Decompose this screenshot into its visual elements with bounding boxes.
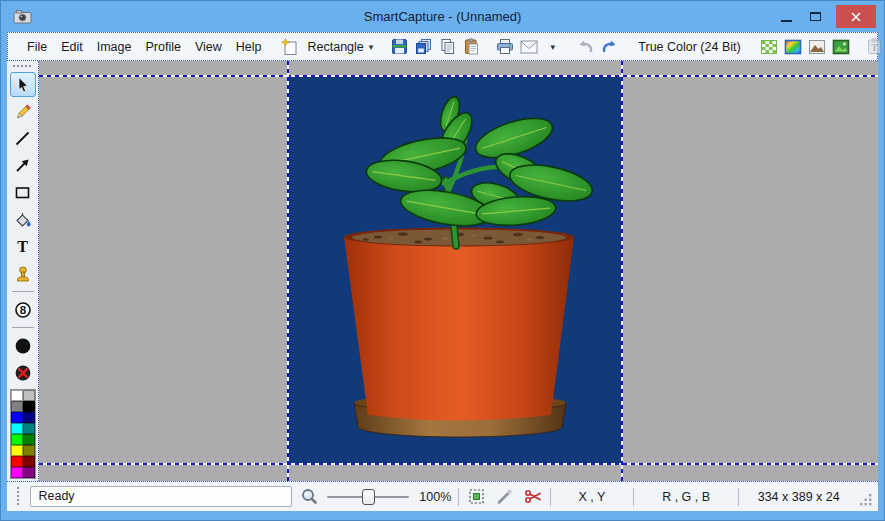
redo-icon xyxy=(600,38,619,55)
crop-button[interactable] xyxy=(522,486,543,508)
palette-color-swatch[interactable] xyxy=(11,390,23,401)
maximize-icon xyxy=(810,12,821,21)
zoom-slider[interactable] xyxy=(327,488,409,506)
workspace xyxy=(39,61,878,481)
primary-color-button[interactable] xyxy=(10,333,36,358)
paste-button[interactable] xyxy=(460,35,483,58)
selection-guide-right xyxy=(621,61,623,481)
window-controls xyxy=(772,5,878,28)
save-all-button[interactable] xyxy=(412,35,435,58)
text-tool-icon: T xyxy=(14,238,31,255)
magic-wand-icon xyxy=(496,488,514,505)
cursor-coordinates: X , Y xyxy=(558,490,626,504)
fill-tool-button[interactable] xyxy=(10,207,36,232)
email-button[interactable] xyxy=(517,35,540,58)
minimize-button[interactable] xyxy=(772,5,801,28)
window-title: SmartCapture - (Unnamed) xyxy=(364,9,522,24)
menu-view[interactable]: View xyxy=(188,37,229,57)
palette-color-swatch[interactable] xyxy=(23,445,35,456)
current-color-swatch-icon xyxy=(14,337,32,355)
statusbar-separator xyxy=(738,488,739,506)
image-dimensions: 334 x 389 x 24 xyxy=(746,490,851,504)
grayscale-image-icon xyxy=(808,39,826,55)
palette-color-swatch[interactable] xyxy=(11,412,23,423)
zoom-slider-handle[interactable] xyxy=(362,489,375,505)
scissors-icon xyxy=(524,488,542,505)
save-button[interactable] xyxy=(388,35,411,58)
email-options-dropdown[interactable]: ▾ xyxy=(541,35,564,58)
save-icon xyxy=(391,38,408,55)
palette-color-swatch[interactable] xyxy=(23,401,35,412)
color-picker-button[interactable] xyxy=(494,486,515,508)
menubar: File Edit Image Profile View Help xyxy=(20,37,268,57)
grayscale-image-button[interactable] xyxy=(806,35,829,58)
captured-image[interactable] xyxy=(288,76,622,464)
copy-button[interactable] xyxy=(436,35,459,58)
capture-shape-label: Rectangle xyxy=(307,40,363,54)
arrow-tool-button[interactable] xyxy=(10,153,36,178)
stamp-tool-button[interactable] xyxy=(10,261,36,286)
new-capture-button[interactable] xyxy=(278,35,301,58)
potted-plant-image xyxy=(288,76,622,464)
statusbar: Ready 100% xyxy=(7,481,878,511)
palette-color-swatch[interactable] xyxy=(11,467,23,478)
menu-edit[interactable]: Edit xyxy=(54,37,90,57)
menu-help[interactable]: Help xyxy=(229,37,269,57)
menu-image[interactable]: Image xyxy=(90,37,139,57)
photo-image-button[interactable] xyxy=(830,35,853,58)
number-badge-icon: 8 xyxy=(14,301,32,319)
palette-color-swatch[interactable] xyxy=(23,467,35,478)
maximize-button[interactable] xyxy=(801,5,830,28)
capture-shape-dropdown[interactable]: Rectangle ▾ xyxy=(302,35,378,58)
palette-color-swatch[interactable] xyxy=(23,456,35,467)
palette-color-swatch[interactable] xyxy=(11,423,23,434)
app-window: SmartCapture - (Unnamed) File Edit Image… xyxy=(0,0,885,521)
palette-image-icon xyxy=(784,39,802,55)
undo-button[interactable] xyxy=(574,35,597,58)
palette-color-swatch[interactable] xyxy=(11,445,23,456)
text-tool-button[interactable]: T xyxy=(10,234,36,259)
zoom-button[interactable] xyxy=(299,486,320,508)
selection-guide-bottom xyxy=(39,463,878,465)
pixel-rgb-value: R , G , B xyxy=(641,490,732,504)
redo-button[interactable] xyxy=(598,35,621,58)
no-color-button[interactable] xyxy=(10,360,36,385)
text-tool-glyph: T xyxy=(17,238,28,255)
palette-color-swatch[interactable] xyxy=(23,412,35,423)
rectangle-icon xyxy=(14,184,31,201)
clipboard-text-icon: T xyxy=(866,38,883,55)
palette-color-swatch[interactable] xyxy=(23,390,35,401)
statusbar-separator xyxy=(550,488,551,506)
pencil-tool-button[interactable] xyxy=(10,99,36,124)
print-button[interactable] xyxy=(493,35,516,58)
palette-color-swatch[interactable] xyxy=(11,456,23,467)
selection-guide-top xyxy=(39,75,878,77)
statusbar-grip[interactable] xyxy=(16,487,19,506)
palette-color-swatch[interactable] xyxy=(23,423,35,434)
statusbar-separator xyxy=(458,488,459,506)
email-icon xyxy=(520,40,538,54)
selection-guide-left xyxy=(287,61,289,481)
dither-image-button[interactable] xyxy=(758,35,781,58)
menu-file[interactable]: File xyxy=(20,37,54,57)
new-capture-icon xyxy=(281,38,299,56)
palette-color-swatch[interactable] xyxy=(11,401,23,412)
stamp-icon xyxy=(14,265,32,283)
close-button[interactable] xyxy=(836,5,876,28)
minimize-icon xyxy=(781,20,792,22)
palette-color-swatch[interactable] xyxy=(23,434,35,445)
counter-tool-button[interactable]: 8 xyxy=(10,297,36,322)
select-region-button[interactable] xyxy=(466,486,487,508)
chevron-down-icon: ▾ xyxy=(369,42,374,52)
palette-color-swatch[interactable] xyxy=(11,434,23,445)
window-resize-grip[interactable] xyxy=(858,491,873,511)
menu-profile[interactable]: Profile xyxy=(138,37,187,57)
rectangle-tool-button[interactable] xyxy=(10,180,36,205)
arrow-icon xyxy=(14,157,31,174)
paste-icon xyxy=(463,38,480,55)
clipboard-text-button[interactable]: T xyxy=(863,35,885,58)
line-tool-button[interactable] xyxy=(10,126,36,151)
palette-image-button[interactable] xyxy=(782,35,805,58)
drawing-toolbar-grip[interactable] xyxy=(13,64,33,68)
selection-tool-button[interactable] xyxy=(10,72,36,97)
